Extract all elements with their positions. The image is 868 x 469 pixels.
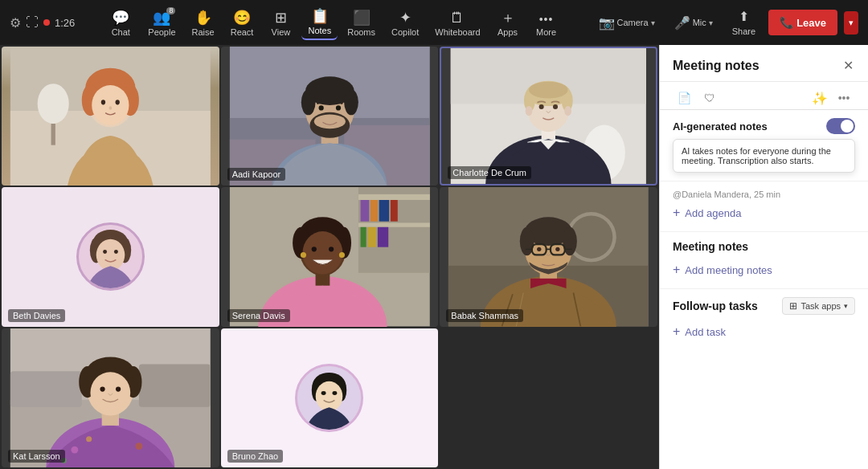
nav-more[interactable]: ••• More [529, 10, 564, 40]
nav-rooms[interactable]: ⬛ Rooms [341, 7, 382, 40]
ai-toggle-label: AI-generated notes [673, 120, 768, 133]
raise-label: Raise [192, 27, 215, 37]
meeting-notes-panel: Meeting notes ✕ 📄 🛡 ✨ ••• AI-generated n… [659, 45, 868, 469]
view-label: View [272, 27, 291, 37]
svg-rect-3 [51, 124, 55, 145]
copilot-icon: ✦ [399, 10, 411, 25]
ai-toggle[interactable] [826, 118, 855, 134]
svg-point-25 [336, 105, 341, 110]
nav-share[interactable]: ⬆ Share [726, 6, 762, 39]
copilot-label: Copilot [391, 27, 419, 37]
video-cell-charlotte: Charlotte De Crum [440, 47, 657, 186]
svg-rect-57 [378, 227, 388, 247]
leave-button[interactable]: 📞 Leave [768, 10, 837, 35]
nav-whiteboard[interactable]: 🗒 Whiteboard [428, 7, 486, 40]
svg-point-95 [71, 446, 78, 453]
add-meeting-notes-label: Add meeting notes [685, 264, 772, 276]
add-task-row[interactable]: + Add task [673, 321, 855, 342]
close-button[interactable]: ✕ [841, 56, 855, 75]
whiteboard-label: Whiteboard [435, 27, 480, 37]
apps-icon: ＋ [501, 10, 515, 25]
nav-copilot[interactable]: ✦ Copilot [385, 7, 425, 40]
nav-camera[interactable]: 📷 Camera ▾ [592, 12, 661, 34]
video-cell-empty [440, 328, 657, 467]
nav-notes[interactable]: 📋 Notes [301, 6, 338, 40]
mic-chevron[interactable]: ▾ [709, 18, 713, 27]
camera-chevron[interactable]: ▾ [651, 18, 655, 27]
camera-icon: 📷 [599, 15, 615, 31]
rooms-icon: ⬛ [353, 10, 371, 25]
participant-name-serena: Serena Davis [227, 309, 290, 322]
svg-point-106 [116, 386, 121, 391]
nav-people[interactable]: 👥8 People [141, 7, 182, 40]
svg-point-67 [301, 252, 306, 258]
svg-point-35 [529, 82, 568, 99]
panel-tabs: 📄 🛡 ✨ ••• [660, 82, 868, 110]
task-apps-grid-icon: ⊞ [789, 300, 797, 312]
task-apps-button[interactable]: ⊞ Task apps ▾ [782, 297, 855, 315]
top-bar-right: 📷 Camera ▾ 🎤 Mic ▾ ⬆ Share 📞 Leave ▾ [592, 6, 858, 39]
ai-tooltip-text: AI takes notes for everyone during the m… [682, 146, 831, 165]
nav-mic[interactable]: 🎤 Mic ▾ [668, 12, 719, 34]
participant-name-beth: Beth Davies [8, 309, 65, 322]
more-options-icon[interactable]: ••• [833, 87, 855, 109]
svg-point-112 [321, 391, 326, 395]
sparkle-icon[interactable]: ✨ [809, 87, 831, 109]
mic-label: Mic [693, 18, 706, 27]
share-icon: ⬆ [739, 9, 749, 24]
nav-apps[interactable]: ＋ Apps [490, 7, 526, 40]
camera-label: Camera [617, 18, 649, 27]
followup-title: Follow-up tasks [673, 300, 758, 312]
add-agenda-label: Add agenda [685, 207, 741, 219]
settings-icon[interactable]: ⚙ [10, 15, 21, 31]
nav-view[interactable]: ⊞ View [263, 7, 298, 40]
video-cell-0 [2, 47, 219, 186]
notes-label: Notes [308, 26, 331, 35]
leave-dropdown-button[interactable]: ▾ [844, 11, 858, 35]
participant-name-kat: Kat Larsson [8, 450, 65, 463]
notes-tab-icon[interactable]: 📄 [673, 87, 695, 109]
raise-icon: ✋ [194, 10, 212, 25]
top-bar-center: 💬 Chat 👥8 People ✋ Raise 😊 React ⊞ View … [103, 6, 563, 40]
add-agenda-row[interactable]: + Add agenda [673, 202, 855, 223]
video-grid: Aadi Kapoor [0, 45, 659, 469]
svg-point-9 [101, 100, 105, 104]
nav-chat[interactable]: 💬 Chat [103, 7, 138, 40]
shield-tab-icon[interactable]: 🛡 [698, 87, 721, 109]
meeting-notes-section-title: Meeting notes [673, 240, 855, 253]
svg-rect-52 [379, 200, 388, 222]
svg-point-2 [38, 84, 69, 124]
people-badge: 8 [166, 7, 175, 14]
participant-name-bruno: Bruno Zhao [227, 450, 283, 463]
followup-tasks-section: Follow-up tasks ⊞ Task apps ▾ + Add task [660, 289, 868, 469]
nav-react[interactable]: 😊 React [224, 7, 260, 40]
react-icon: 😊 [233, 10, 251, 25]
nav-raise[interactable]: ✋ Raise [186, 7, 221, 40]
panel-tab-right: ✨ ••• [809, 87, 855, 109]
svg-point-36 [526, 106, 533, 116]
svg-rect-56 [367, 227, 376, 247]
svg-rect-51 [371, 200, 378, 222]
svg-point-113 [333, 391, 338, 395]
svg-point-21 [344, 89, 358, 115]
svg-point-66 [329, 247, 334, 252]
svg-rect-93 [10, 371, 82, 406]
chat-label: Chat [112, 27, 130, 37]
leave-label: Leave [796, 17, 826, 29]
add-notes-plus-icon: + [673, 263, 680, 277]
svg-point-105 [100, 386, 104, 391]
svg-point-11 [109, 106, 113, 109]
svg-point-111 [316, 381, 343, 412]
meeting-notes-content-section: Meeting notes + Add meeting notes [660, 232, 868, 289]
timer-display: 1:26 [55, 17, 75, 29]
video-cell-babak: Babak Shammas [440, 187, 657, 326]
panel-header: Meeting notes ✕ [660, 45, 868, 82]
svg-point-24 [318, 105, 323, 110]
top-bar-left: ⚙ ⛶ 1:26 [10, 15, 75, 31]
followup-header: Follow-up tasks ⊞ Task apps ▾ [673, 297, 855, 315]
video-cell-aadi: Aadi Kapoor [221, 47, 439, 186]
add-meeting-notes-row[interactable]: + Add meeting notes [673, 259, 855, 280]
network-icon[interactable]: ⛶ [26, 15, 39, 30]
svg-point-20 [301, 89, 315, 115]
main-area: Aadi Kapoor [0, 45, 868, 469]
